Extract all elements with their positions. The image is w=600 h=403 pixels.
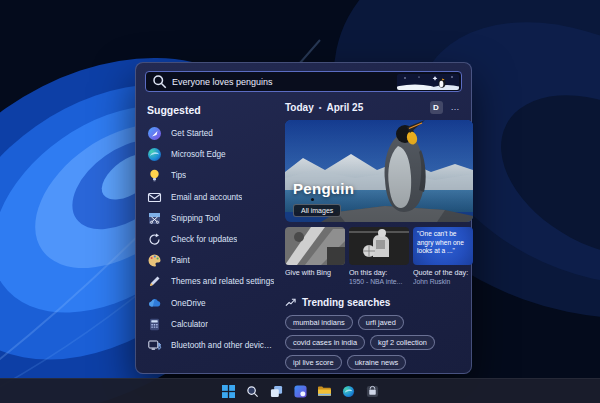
on-this-day-photo: [349, 227, 409, 265]
taskbar-search-button[interactable]: [243, 382, 261, 400]
daily-content-section: Today • April 25 D …: [276, 95, 462, 368]
start-button[interactable]: [219, 382, 237, 400]
quote-of-the-day-card[interactable]: "One can't be angry when one looks at a …: [413, 227, 473, 287]
all-images-button[interactable]: All images: [293, 204, 341, 217]
trending-pill[interactable]: ukraine news: [347, 355, 407, 370]
search-flyout-panel: Suggested Get Started Microsoft E: [135, 62, 472, 374]
tips-lightbulb-icon: [147, 168, 162, 183]
task-view-button[interactable]: [267, 382, 285, 400]
give-with-bing-card[interactable]: Give with Bing: [285, 227, 345, 287]
paint-palette-icon: [147, 253, 162, 268]
date-separator: •: [319, 103, 322, 112]
snipping-tool-icon: [147, 211, 162, 226]
suggested-item-tips[interactable]: Tips: [145, 165, 276, 186]
card-subcaption: John Ruskin: [413, 278, 473, 287]
suggested-item-label: Calculator: [171, 320, 208, 329]
suggested-title: Suggested: [147, 104, 276, 116]
suggested-item-bluetooth-devices[interactable]: Bluetooth and other devices sett...: [145, 335, 276, 356]
suggested-item-onedrive[interactable]: OneDrive: [145, 293, 276, 314]
date-label: April 25: [327, 102, 364, 113]
today-header: Today • April 25 D …: [285, 99, 462, 115]
trending-pill[interactable]: kgf 2 collection: [370, 335, 435, 350]
today-date: Today • April 25: [285, 102, 363, 113]
refresh-updates-icon: [147, 232, 162, 247]
edge-taskbar-button[interactable]: [339, 382, 357, 400]
file-explorer-button[interactable]: [315, 382, 333, 400]
profile-initial-chip[interactable]: D: [430, 101, 443, 114]
suggested-item-label: Microsoft Edge: [171, 150, 226, 159]
suggested-item-email-accounts[interactable]: Email and accounts: [145, 187, 276, 208]
taskbar-search-icon: [246, 385, 259, 398]
windows-start-icon: [222, 385, 235, 398]
suggested-item-label: OneDrive: [171, 299, 206, 308]
suggested-item-snipping-tool[interactable]: Snipping Tool: [145, 208, 276, 229]
email-envelope-icon: [147, 190, 162, 205]
suggested-section: Suggested Get Started Microsoft E: [145, 95, 276, 368]
card-caption: Give with Bing: [285, 268, 345, 278]
today-label: Today: [285, 102, 314, 113]
suggested-item-calculator[interactable]: Calculator: [145, 314, 276, 335]
get-started-icon: [147, 126, 162, 141]
suggested-item-label: Check for updates: [171, 235, 237, 244]
suggested-item-label: Paint: [171, 256, 190, 265]
hero-title: Penguin: [293, 180, 354, 197]
suggested-item-microsoft-edge[interactable]: Microsoft Edge: [145, 144, 276, 165]
quote-text: "One can't be angry when one looks at a …: [413, 227, 473, 265]
give-with-bing-photo: [285, 227, 345, 265]
suggested-item-get-started[interactable]: Get Started: [145, 123, 276, 144]
trending-pill[interactable]: ipl live score: [285, 355, 342, 370]
card-caption: On this day:: [349, 268, 409, 278]
widgets-icon: [294, 385, 307, 398]
bluetooth-devices-icon: [147, 338, 162, 353]
trending-pill[interactable]: covid cases in india: [285, 335, 365, 350]
trending-pill[interactable]: mumbai indians: [285, 315, 353, 330]
hero-image-card[interactable]: Penguin All images: [285, 120, 473, 222]
on-this-day-card[interactable]: On this day: 1950 - NBA inte...: [349, 227, 409, 287]
suggested-item-label: Snipping Tool: [171, 214, 220, 223]
info-cards-row: Give with Bing On: [285, 227, 473, 287]
microsoft-edge-icon: [147, 147, 162, 162]
suggested-item-label: Bluetooth and other devices sett...: [171, 341, 276, 350]
suggested-item-label: Themes and related settings: [171, 277, 274, 286]
more-options-icon[interactable]: …: [451, 102, 461, 112]
trending-arrow-icon: [285, 298, 296, 307]
card-subcaption: 1950 - NBA inte...: [349, 278, 409, 287]
taskbar: [0, 378, 600, 403]
themes-pencil-icon: [147, 274, 162, 289]
card-caption: Quote of the day:: [413, 268, 473, 278]
calculator-icon: [147, 317, 162, 332]
file-explorer-icon: [317, 385, 331, 397]
search-icon: [152, 74, 167, 89]
suggested-item-label: Email and accounts: [171, 193, 242, 202]
search-panel-content: Suggested Get Started Microsoft E: [145, 95, 462, 368]
suggested-item-paint[interactable]: Paint: [145, 250, 276, 271]
trending-title: Trending searches: [302, 297, 390, 308]
microsoft-store-button[interactable]: [363, 382, 381, 400]
suggested-item-label: Get Started: [171, 129, 213, 138]
search-input[interactable]: [172, 77, 392, 87]
penguin-doodle-icon: [397, 74, 459, 90]
trending-header: Trending searches: [285, 297, 462, 308]
widgets-button[interactable]: [291, 382, 309, 400]
microsoft-store-icon: [366, 385, 379, 398]
trending-pills: mumbai indians urfi javed covid cases in…: [285, 315, 477, 370]
suggested-item-label: Tips: [171, 171, 186, 180]
suggested-item-check-updates[interactable]: Check for updates: [145, 229, 276, 250]
onedrive-cloud-icon: [147, 296, 162, 311]
suggested-item-themes-settings[interactable]: Themes and related settings: [145, 271, 276, 292]
task-view-icon: [270, 385, 283, 398]
carousel-dot: [311, 198, 314, 201]
edge-taskbar-icon: [342, 385, 355, 398]
trending-pill[interactable]: urfi javed: [358, 315, 404, 330]
search-bar[interactable]: [145, 71, 462, 92]
